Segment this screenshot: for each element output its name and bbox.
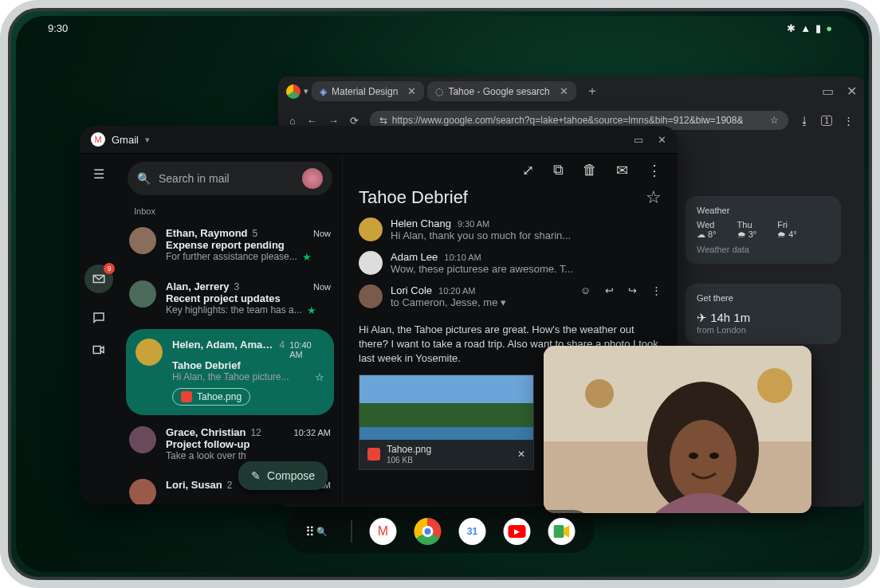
thread-item-selected[interactable]: Helen, Adam, Amanda410:40 AM Tahoe Debri… (126, 329, 334, 415)
msg-time: 10:20 AM (438, 286, 475, 296)
dock-youtube-icon[interactable]: ▶ (504, 518, 531, 545)
close-icon[interactable]: ✕ (560, 85, 568, 97)
chat-icon[interactable] (92, 311, 106, 325)
attachment-name: Tahoe.png (387, 445, 431, 455)
recipients: to Cameron, Jesse, me (391, 296, 497, 308)
close-icon[interactable]: ✕ (407, 85, 416, 97)
subject: Recent project updates (166, 292, 331, 304)
emoji-icon[interactable]: ☺ (580, 284, 591, 296)
time: Now (313, 282, 331, 292)
sender-name: Helen Chang (391, 218, 451, 229)
svg-point-3 (585, 379, 614, 408)
overflow-icon[interactable]: ⋮ (647, 162, 662, 179)
senders: Grace, Christian (166, 426, 246, 438)
maximize-icon[interactable]: ▭ (822, 84, 834, 99)
subject: Expense report pending (166, 239, 331, 251)
search-icon: 🔍 (137, 172, 151, 185)
mark-unread-icon[interactable]: ✉ (616, 162, 628, 179)
thread-item[interactable]: Ethan, Raymond5Now Expense report pendin… (118, 219, 342, 272)
subject-heading: Tahoe Debrief☆ (359, 187, 662, 208)
forward-icon[interactable]: ↪ (628, 284, 637, 296)
reply-icon[interactable]: ↩ (605, 284, 614, 296)
back-icon[interactable]: ← (307, 115, 317, 127)
tune-icon[interactable]: ⇆ (379, 115, 387, 126)
snippet: Hi Alan, thank you so much for sharin... (391, 229, 662, 241)
close-icon[interactable]: ✕ (847, 84, 857, 99)
download-icon[interactable]: ⭳ (799, 115, 810, 127)
compose-button[interactable]: ✎ Compose (238, 461, 328, 490)
subject: Tahoe Debrief (172, 359, 324, 371)
time: Now (313, 229, 331, 238)
menu-icon[interactable]: ☰ (93, 167, 104, 182)
tab-label: Material Design (332, 86, 398, 97)
tab-material-design[interactable]: ◈ Material Design ✕ (312, 81, 424, 101)
home-icon[interactable]: ⌂ (289, 115, 296, 127)
msg-time: 10:10 AM (444, 253, 481, 262)
expand-icon[interactable]: ⤢ (522, 162, 534, 179)
time: 10:32 AM (294, 428, 331, 437)
material-icon: ◈ (320, 86, 327, 97)
dock-gmail-icon[interactable]: M (370, 518, 397, 545)
mail-icon[interactable] (84, 265, 113, 293)
forward-icon[interactable]: → (328, 115, 339, 127)
dock-chrome-icon[interactable] (414, 518, 442, 545)
meet-icon[interactable] (92, 343, 106, 357)
senders: Ethan, Raymond (166, 227, 248, 239)
chevron-down-icon[interactable]: ▾ (501, 296, 506, 308)
chevron-down-icon[interactable]: ▾ (304, 86, 308, 96)
star-icon[interactable]: ☆ (315, 371, 324, 383)
collapsed-message[interactable]: Helen Chang9:30 AM Hi Alan, thank you so… (359, 218, 662, 241)
new-tab-button[interactable]: ＋ (579, 83, 605, 100)
senders: Lori, Susan (166, 479, 222, 491)
url-text: https://www.google.com/search?q=lake+tah… (392, 115, 744, 126)
maximize-icon[interactable]: ▭ (634, 134, 643, 146)
tab-label: Tahoe - Google sesarch (448, 86, 549, 97)
snippet: Take a look over th (166, 450, 331, 461)
svg-rect-0 (93, 347, 100, 354)
chrome-icon (286, 84, 301, 99)
count: 4 (279, 339, 285, 351)
star-icon[interactable]: ★ (307, 304, 316, 316)
compose-label: Compose (267, 469, 315, 482)
search-input[interactable]: 🔍 Search in mail (128, 162, 332, 195)
count: 12 (250, 427, 261, 438)
chip-label: Tahoe.png (197, 391, 242, 402)
chevron-down-icon[interactable]: ▾ (145, 135, 150, 145)
directions-card[interactable]: Get there ✈ 14h 1m from London (686, 284, 841, 344)
refresh-icon[interactable]: ⟳ (350, 115, 359, 127)
clock: 9:30 (48, 22, 68, 34)
close-icon[interactable]: ✕ (517, 449, 525, 460)
overflow-icon[interactable]: ⋮ (651, 284, 662, 296)
image-icon (181, 391, 192, 402)
dock-meet-icon[interactable] (548, 518, 576, 545)
star-icon[interactable]: ☆ (646, 187, 662, 208)
attachment-preview[interactable]: Tahoe.png 106 KB ✕ (359, 374, 534, 470)
delete-icon[interactable]: 🗑 (583, 162, 597, 179)
avatar[interactable] (302, 168, 323, 189)
thread-item[interactable]: Alan, Jerrery3Now Recent project updates… (118, 272, 342, 326)
svg-point-6 (670, 420, 737, 503)
collapsed-message[interactable]: Adam Lee10:10 AM Wow, these picturese ar… (359, 251, 662, 275)
attachment-chip[interactable]: Tahoe.png (172, 388, 250, 406)
image-icon (367, 448, 380, 461)
app-drawer-button[interactable]: ⠿🔍 (305, 524, 328, 539)
dock-calendar-icon[interactable]: 31 (459, 518, 486, 545)
snippet: Key highlights: the team has a... (166, 304, 302, 316)
close-icon[interactable]: ✕ (658, 134, 666, 146)
star-icon[interactable]: ☆ (770, 115, 779, 126)
wifi-icon: ▲ (800, 22, 811, 34)
video-pip[interactable] (544, 346, 811, 513)
tab-tahoe[interactable]: ◌ Tahoe - Google sesarch ✕ (427, 81, 576, 101)
overflow-icon[interactable]: ⋮ (843, 115, 854, 127)
svg-rect-9 (554, 525, 564, 538)
section-label: Inbox (118, 203, 342, 219)
card-title: Get there (697, 293, 830, 303)
app-title: Gmail (112, 134, 139, 146)
subject: Project follow-up (166, 438, 331, 450)
archive-icon[interactable]: ⧉ (553, 162, 564, 179)
star-icon[interactable]: ★ (302, 251, 312, 263)
gmail-icon: M (91, 132, 105, 147)
weather-card[interactable]: Weather Wed☁ 8° Thu🌧 3° Fri🌧 4° Weather … (686, 196, 841, 264)
senders: Helen, Adam, Amanda (172, 339, 274, 351)
tabs-icon[interactable]: 1 (821, 116, 832, 126)
